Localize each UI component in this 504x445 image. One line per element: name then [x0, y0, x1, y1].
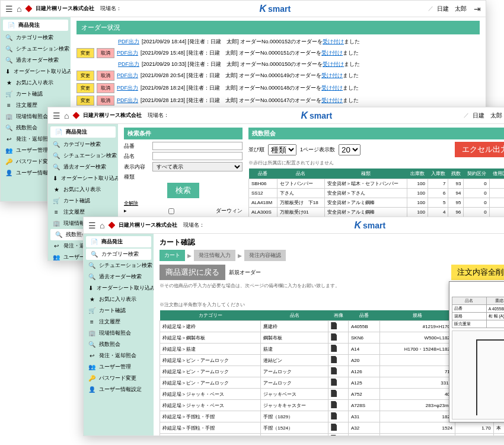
image-icon[interactable]	[331, 390, 337, 397]
sidebar-item[interactable]: 🛒カート確認	[48, 195, 118, 206]
expand-icon[interactable]: ▸	[124, 206, 127, 215]
sidebar-item[interactable]: 🔍シチュエーション検索	[48, 150, 118, 161]
sidebar-item[interactable]: 🔍残数照会	[84, 339, 154, 350]
sidebar-item[interactable]: 📄商品発注	[50, 126, 116, 138]
perpage-select[interactable]: 20	[339, 144, 361, 155]
pdf-link[interactable]: PDF出力	[117, 84, 138, 92]
sidebar-item[interactable]: ⬇オーダーシート取り込み	[48, 173, 118, 184]
image-icon[interactable]	[331, 322, 337, 329]
site-label: 現場名：	[183, 221, 205, 229]
sidebar-item[interactable]: 🔍シチュエーション検索	[1, 43, 71, 55]
pdf-link[interactable]: PDF出力	[118, 38, 139, 46]
sidebar-icon: ⬇	[88, 285, 93, 291]
menu-icon[interactable]: ☰	[53, 111, 60, 120]
image-icon[interactable]	[331, 412, 337, 419]
image-icon[interactable]	[331, 379, 337, 386]
step-confirm[interactable]: 発注内容確認	[244, 250, 286, 261]
tree-checkbox[interactable]	[129, 208, 213, 214]
sidebar-item[interactable]: 🔍カテゴリー検索	[48, 139, 118, 150]
sidebar-icon: ≡	[53, 209, 60, 215]
sidebar-item[interactable]: 👤ユーザー情報設定	[84, 384, 154, 395]
step-input[interactable]: 発注情報入力	[194, 250, 235, 261]
sidebar-item[interactable]: 🛒カート確認	[1, 88, 71, 100]
step-cart[interactable]: カート	[160, 250, 185, 261]
clear-link[interactable]: 全解除	[124, 200, 243, 206]
sidebar-icon: 🔍	[53, 164, 60, 170]
company-name: 日建片桐リース株式会社	[83, 112, 142, 119]
sidebar-item[interactable]: 🔍過去オーダー検索	[1, 55, 71, 66]
sidebar-item[interactable]: 📄商品発注	[3, 20, 68, 31]
sidebar-icon: 🔍	[5, 46, 12, 52]
table-row[interactable]: ALA300​S万能板受け01安全資材＞アルミ鋼棒10049600	[249, 208, 505, 217]
home-icon[interactable]: ⌂	[64, 111, 69, 120]
cancel-button[interactable]: 取消	[97, 48, 114, 58]
clear-cart-button[interactable]: 注文内容全削除	[451, 265, 504, 280]
search-button[interactable]: 検索	[167, 183, 199, 198]
table-row[interactable]: S​S12下さん安全資材＞下さん10069400	[249, 189, 505, 198]
sidebar-item[interactable]: ↩発注・返却照会	[84, 350, 154, 361]
hinban-input[interactable]	[152, 142, 243, 150]
sidebar-item[interactable]: 🔍シチュエーション検索	[84, 260, 154, 271]
pdf-link[interactable]: PDF出力	[117, 49, 138, 57]
order-row: PDF出力[2021/09/29 10:33] [発注者：日建 太郎] オーダー…	[76, 59, 480, 69]
sort-select[interactable]: 種類	[268, 144, 296, 155]
change-button[interactable]: 変更	[76, 71, 94, 81]
pdf-link[interactable]: PDF出力	[117, 72, 138, 80]
image-icon[interactable]	[331, 367, 337, 374]
sidebar-item[interactable]: ≡注文履歴	[84, 316, 154, 328]
sidebar-item[interactable]: 🔑パスワード変更	[84, 373, 154, 384]
sidebar-item[interactable]: 🔍過去オーダー検索	[84, 271, 154, 282]
logout-icon[interactable]: ⇥	[474, 4, 481, 14]
order-row: 変更取消PDF出力[2021/09/29 15:48] [発注者：日建 太郎] …	[76, 47, 480, 59]
sidebar-item[interactable]: 📄商品発注	[86, 236, 151, 247]
brand-logo: Ksmart	[301, 110, 332, 121]
sidebar-item[interactable]: 👥ユーザー管理	[84, 361, 154, 373]
sidebar-item[interactable]: ★お気に入り表示	[48, 184, 118, 195]
back-button[interactable]: 商品選択に戻る	[160, 265, 225, 280]
sidebar-item[interactable]: 🔍カテゴリー検索	[86, 249, 151, 260]
hinmei-input[interactable]	[152, 152, 243, 160]
brand-logo: Ksmart	[354, 220, 385, 231]
table-row[interactable]: SBH06セフトバンパー安全資材＞端木・セフトバンパー10079300	[249, 179, 505, 189]
sidebar: 📄商品発注🔍カテゴリー検索🔍シチュエーション検索🔍過去オーダー検索⬇オーダーシー…	[84, 234, 154, 436]
image-icon[interactable]	[331, 435, 337, 436]
home-icon[interactable]: ⌂	[100, 221, 104, 230]
image-icon[interactable]	[331, 401, 337, 408]
order-row: PDF出力[2021/09/29 18:44] [発注者：日建 太郎] オーダー…	[76, 37, 480, 47]
sidebar-icon: ≡	[5, 102, 12, 109]
menu-icon[interactable]: ☰	[5, 4, 13, 14]
cancel-button[interactable]: 取消	[97, 96, 114, 106]
note: ※赤行は所属店に配置されておりません	[248, 160, 504, 166]
sidebar-item[interactable]: ★お気に入り表示	[1, 77, 71, 88]
image-icon[interactable]	[331, 345, 337, 352]
sidebar-icon: ★	[5, 80, 12, 86]
company-name: 日建片桐リース株式会社	[119, 221, 177, 229]
change-button[interactable]: 変更	[76, 83, 94, 93]
image-icon[interactable]	[331, 333, 337, 341]
sidebar-item[interactable]: ⬇オーダーシート取り込み	[84, 282, 154, 294]
sidebar-item[interactable]: 🛒カート確認	[84, 305, 154, 316]
hyoji-select[interactable]: すべて表示	[152, 162, 243, 171]
cancel-button[interactable]: 取消	[97, 71, 114, 81]
sidebar-item[interactable]: 🏢現場情報照会	[84, 328, 154, 339]
sidebar-icon: 🛒	[5, 91, 12, 97]
image-icon[interactable]	[331, 356, 337, 363]
sidebar-icon: 👥	[5, 147, 12, 154]
sidebar-icon: 🛒	[53, 198, 60, 204]
cancel-button[interactable]: 取消	[97, 83, 114, 93]
sidebar-item[interactable]: ★お気に入り表示	[84, 294, 154, 305]
excel-button[interactable]: エクセル出力	[455, 142, 504, 157]
menu-icon[interactable]: ☰	[88, 221, 96, 230]
pdf-link[interactable]: PDF出力	[118, 61, 139, 68]
change-button[interactable]: 変更	[76, 96, 94, 106]
image-icon[interactable]	[331, 424, 337, 431]
home-icon[interactable]: ⌂	[17, 4, 21, 14]
sidebar-item[interactable]: 🔍過去オーダー検索	[48, 161, 118, 173]
sidebar-item[interactable]: ⬇オーダーシート取り込み	[1, 66, 71, 77]
table-row[interactable]: ALA418M万能板受け 下18安全資材＞アルミ鋼棒10059500	[249, 198, 505, 208]
pdf-link[interactable]: PDF出力	[117, 97, 138, 104]
change-button[interactable]: 変更	[76, 48, 94, 58]
tree-node[interactable]: ▸ダーウィン	[124, 206, 243, 215]
sidebar-item[interactable]: 🔍カテゴリー検索	[1, 32, 71, 43]
logo-icon	[72, 112, 79, 119]
